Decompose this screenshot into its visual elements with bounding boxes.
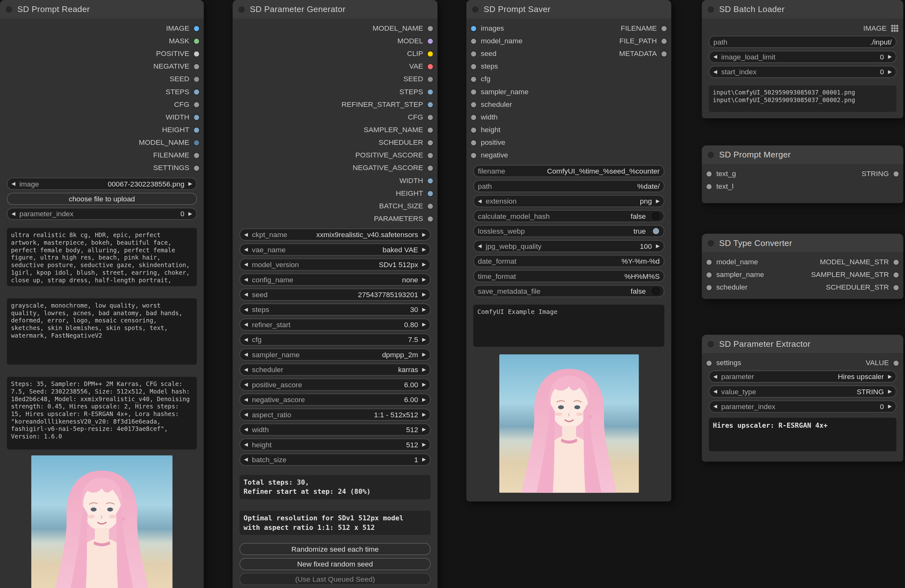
output-port[interactable]: [894, 272, 899, 277]
output-port[interactable]: [428, 216, 433, 221]
node-widget[interactable]: jpg_webp_quality 100: [473, 240, 664, 252]
output-port[interactable]: [662, 25, 667, 31]
output-port[interactable]: [194, 38, 199, 43]
input-port[interactable]: [707, 272, 711, 277]
output-port[interactable]: [428, 114, 433, 119]
increment-arrow-icon[interactable]: [888, 54, 892, 59]
decrement-arrow-icon[interactable]: [244, 262, 248, 267]
output-port[interactable]: [428, 153, 433, 158]
node-widget[interactable]: parameter Hires upscaler: [709, 371, 896, 382]
input-port[interactable]: [471, 153, 476, 158]
node-graph-canvas[interactable]: SD Prompt Reader IMAGE MASK POSITIVE N: [0, 0, 905, 588]
node-title-bar[interactable]: SD Prompt Reader: [0, 0, 204, 18]
decrement-arrow-icon[interactable]: [244, 397, 248, 402]
decrement-arrow-icon[interactable]: [244, 337, 248, 342]
input-port[interactable]: [471, 51, 476, 56]
node-widget[interactable]: seed 275437785193201: [240, 288, 430, 301]
increment-arrow-icon[interactable]: [656, 198, 660, 204]
node-widget[interactable]: sampler_name dpmpp_2m: [240, 349, 430, 360]
node-widget[interactable]: config_name none: [240, 273, 430, 285]
node-widget[interactable]: refiner_start 0.80: [240, 319, 430, 331]
decrement-arrow-icon[interactable]: [244, 367, 248, 372]
node-widget[interactable]: New fixed random seed: [240, 558, 430, 570]
node-widget[interactable]: steps 30: [240, 303, 430, 315]
node-widget[interactable]: date_format %Y-%m-%d: [473, 255, 664, 267]
node-widget[interactable]: value_type STRING: [709, 385, 896, 397]
increment-arrow-icon[interactable]: [888, 374, 892, 379]
decrement-arrow-icon[interactable]: [713, 374, 717, 379]
collapse-dot-icon[interactable]: [472, 6, 478, 12]
input-port[interactable]: [707, 259, 711, 264]
decrement-arrow-icon[interactable]: [713, 69, 717, 74]
input-port[interactable]: [471, 89, 476, 94]
increment-arrow-icon[interactable]: [422, 412, 426, 417]
output-port[interactable]: [894, 171, 899, 176]
decrement-arrow-icon[interactable]: [713, 389, 717, 394]
node-widget[interactable]: width 512: [240, 424, 430, 436]
decrement-arrow-icon[interactable]: [478, 198, 482, 204]
node-sd-type-converter[interactable]: SD Type Converter model_name MODEL_NAME_…: [702, 234, 903, 299]
loaded-files-textarea[interactable]: input\ComfyUI_502959093085037_00001.png …: [709, 86, 896, 112]
output-port[interactable]: [428, 178, 433, 183]
increment-arrow-icon[interactable]: [422, 442, 426, 447]
node-widget[interactable]: path ./input/: [709, 36, 896, 48]
output-port[interactable]: [194, 51, 199, 56]
increment-arrow-icon[interactable]: [422, 337, 426, 342]
collapse-dot-icon[interactable]: [238, 6, 245, 12]
input-port[interactable]: [471, 102, 476, 107]
node-widget[interactable]: ckpt_name xxmix9realistic_v40.safetensor…: [240, 228, 430, 241]
collapse-dot-icon[interactable]: [708, 151, 714, 158]
toggle-dot-icon[interactable]: [653, 227, 660, 235]
increment-arrow-icon[interactable]: [656, 244, 660, 249]
output-port[interactable]: [428, 102, 433, 107]
increment-arrow-icon[interactable]: [422, 397, 426, 402]
increment-arrow-icon[interactable]: [189, 181, 192, 187]
output-port[interactable]: [428, 127, 433, 132]
node-widget[interactable]: positive_ascore 6.00: [240, 379, 430, 390]
increment-arrow-icon[interactable]: [422, 262, 426, 267]
node-widget[interactable]: batch_size 1: [240, 454, 430, 466]
decrement-arrow-icon[interactable]: [713, 54, 717, 59]
output-port[interactable]: [662, 38, 667, 43]
collapse-dot-icon[interactable]: [708, 239, 714, 246]
node-widget[interactable]: model_version SDv1 512px: [240, 258, 430, 271]
input-port[interactable]: [707, 360, 711, 365]
node-widget[interactable]: time_format %H%M%S: [473, 270, 664, 282]
node-title-bar[interactable]: SD Type Converter: [702, 234, 903, 252]
decrement-arrow-icon[interactable]: [12, 181, 16, 187]
increment-arrow-icon[interactable]: [888, 389, 892, 394]
negative-prompt-textarea[interactable]: grayscale, monochrome, low quality, wors…: [7, 298, 197, 365]
preview-note-textarea[interactable]: ComfyUI Example Image: [473, 305, 664, 347]
increment-arrow-icon[interactable]: [422, 352, 426, 357]
decrement-arrow-icon[interactable]: [244, 457, 248, 462]
output-port[interactable]: [428, 64, 433, 69]
node-sd-parameter-generator[interactable]: SD Parameter Generator MODEL_NAME MODEL …: [233, 0, 438, 588]
decrement-arrow-icon[interactable]: [244, 352, 248, 357]
increment-arrow-icon[interactable]: [422, 307, 426, 312]
decrement-arrow-icon[interactable]: [244, 427, 248, 432]
increment-arrow-icon[interactable]: [888, 404, 892, 409]
output-port[interactable]: [428, 76, 433, 82]
input-port[interactable]: [471, 76, 476, 82]
node-widget[interactable]: extension png: [473, 195, 664, 207]
output-port[interactable]: [194, 64, 199, 69]
settings-textarea[interactable]: Steps: 35, Sampler: DPM++ 2M Karras, CFG…: [7, 377, 197, 450]
input-port[interactable]: [707, 285, 711, 290]
output-port[interactable]: [194, 153, 199, 158]
increment-arrow-icon[interactable]: [422, 457, 426, 462]
decrement-arrow-icon[interactable]: [713, 404, 717, 409]
output-port[interactable]: [194, 114, 199, 119]
increment-arrow-icon[interactable]: [888, 69, 892, 74]
decrement-arrow-icon[interactable]: [244, 307, 248, 312]
output-port[interactable]: [428, 140, 433, 145]
output-port[interactable]: [194, 127, 199, 132]
node-widget[interactable]: height 512: [240, 439, 430, 450]
node-widget[interactable]: save_metadata_file false: [473, 285, 664, 297]
input-port[interactable]: [471, 114, 476, 119]
output-port[interactable]: [894, 259, 899, 264]
node-widget[interactable]: scheduler karras: [240, 363, 430, 376]
decrement-arrow-icon[interactable]: [478, 244, 482, 249]
decrement-arrow-icon[interactable]: [244, 292, 248, 297]
output-port[interactable]: [428, 51, 433, 56]
node-widget[interactable]: cfg 7.5: [240, 333, 430, 346]
